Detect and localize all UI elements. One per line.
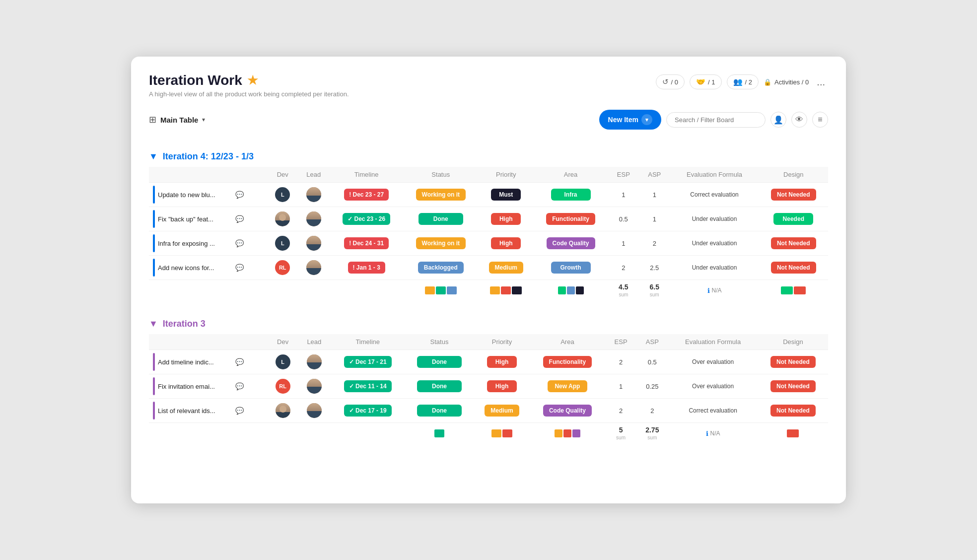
user-icon-btn[interactable]: 👤 [770,112,786,128]
status-cell-0: Working on it [403,183,479,207]
header: Iteration Work ★ A high-level view of al… [149,72,828,98]
table-row[interactable]: Infra for exposing ... 💬 L ! Dec 24 - 31… [149,231,828,256]
timeline-badge: ! Dec 24 - 31 [344,237,389,249]
filter-icon-btn[interactable]: ≡ [812,112,828,128]
dev-cell-2 [268,399,297,423]
priority-badge: Medium [485,405,519,417]
col-asp-3: ASP [636,334,668,350]
esp-cell-2: 2 [605,399,636,423]
iteration3-table: Dev Lead Timeline Status Priority Area E… [149,334,828,444]
sum-status [405,423,474,444]
search-input[interactable] [666,112,766,128]
col-status: Status [403,167,479,183]
more-button[interactable]: ... [814,75,828,89]
comment-icon[interactable]: 💬 [235,191,244,199]
area-badge: Functionality [546,213,595,225]
timeline-cell-0: ✓ Dec 17 - 21 [331,350,404,374]
design-cell-3: Not Needed [759,256,828,280]
item-text: List of relevant ids... [158,407,232,415]
area-cell-0: Infra [533,183,608,207]
sum-esp: 4.5sum [608,280,639,301]
lead-cell-2 [297,231,330,256]
table-row[interactable]: Update to new blu... 💬 L ! Dec 23 - 27 W… [149,183,828,207]
eval-cell-0: Correct evaluation [670,183,759,207]
col-eval: Evaluation Formula [670,167,759,183]
priority-cell-2: High [479,231,533,256]
sum-lead [297,280,330,301]
star-icon[interactable]: ★ [247,73,258,87]
esp-cell-0: 2 [605,350,636,374]
status-badge: Backlogged [418,262,464,274]
lead-photo [306,260,321,275]
table-row[interactable]: Fix "back up" feat... 💬 ✓ Dec 23 - 26 Do… [149,207,828,231]
design-cell-0: Not Needed [759,183,828,207]
badge-refresh[interactable]: ↺ / 0 [656,74,685,89]
iteration3-header-row: Dev Lead Timeline Status Priority Area E… [149,334,828,350]
esp-cell-3: 2 [608,256,639,280]
asp-cell-0: 0.5 [636,350,668,374]
status-badge: Working on it [416,189,466,201]
design-color-bar [787,429,799,437]
area-cell-3: Growth [533,256,608,280]
comment-icon[interactable]: 💬 [235,358,244,366]
lead-photo [306,211,321,226]
col-timeline: Timeline [330,167,403,183]
new-item-label: New Item [608,116,638,124]
badge-handshake[interactable]: 🤝 / 1 [690,74,721,89]
status-cell-2: Done [405,399,474,423]
col-area-3: Area [530,334,605,350]
timeline-badge: ✓ Dec 17 - 21 [344,356,392,368]
priority-badge: High [491,213,521,225]
activities-badge[interactable]: 🔒 Activities / 0 [764,78,809,86]
comment-icon[interactable]: 💬 [235,239,244,247]
comment-icon[interactable]: 💬 [235,382,244,390]
iteration3-section: ▼ Iteration 3 Dev Lead Timeline Status P… [149,319,828,444]
asp-cell-2: 2 [636,399,668,423]
item-text: Update to new blu... [158,191,232,199]
priority-cell-1: High [479,207,533,231]
design-badge: Not Needed [771,262,816,274]
iteration4-toggle[interactable]: ▼ [149,151,158,162]
col-lead: Lead [297,167,330,183]
table-grid-icon: ⊞ [149,114,156,125]
sum-timeline [331,423,404,444]
status-badge: Working on it [416,237,466,249]
area-color-bar [567,286,575,294]
priority-cell-0: Must [479,183,533,207]
avatar: L [275,236,290,251]
comment-icon[interactable]: 💬 [235,407,244,415]
new-item-button[interactable]: New Item ▾ [599,110,661,130]
sum-lead [297,423,331,444]
timeline-badge: ✓ Dec 17 - 19 [344,405,392,417]
eye-off-icon-btn[interactable]: 👁 [791,112,807,128]
col-asp: ASP [639,167,670,183]
timeline-badge: ✓ Dec 23 - 26 [343,213,390,225]
page-subtitle: A high-level view of all the product wor… [149,90,349,98]
dev-cell-0: L [268,350,297,374]
priority-badge: High [487,380,517,392]
status-cell-2: Working on it [403,231,479,256]
table-row[interactable]: List of relevant ids... 💬 ✓ Dec 17 - 19 … [149,399,828,423]
col-eval-3: Evaluation Formula [668,334,758,350]
table-row[interactable]: Add timeline indic... 💬 L ✓ Dec 17 - 21 … [149,350,828,374]
status-cell-1: Done [405,374,474,399]
dev-cell-3: RL [268,256,297,280]
iteration4-header-row: Dev Lead Timeline Status Priority Area E… [149,167,828,183]
design-badge: Not Needed [771,237,816,249]
priority-cell-0: High [474,350,530,374]
comment-icon[interactable]: 💬 [235,264,244,272]
col-dev-3: Dev [268,334,297,350]
dev-cell-2: L [268,231,297,256]
new-item-arrow[interactable]: ▾ [641,114,652,125]
area-badge: Infra [551,189,591,201]
table-row[interactable]: Add new icons for... 💬 RL ! Jan 1 - 3 Ba… [149,256,828,280]
table-dropdown-icon[interactable]: ▾ [202,116,205,123]
design-badge: Not Needed [770,380,816,392]
sum-area [530,423,605,444]
iteration3-toggle[interactable]: ▼ [149,319,158,329]
asp-cell-1: 0.25 [636,374,668,399]
page-title: Iteration Work ★ [149,72,349,88]
comment-icon[interactable]: 💬 [235,215,244,223]
badge-users[interactable]: 👥 / 2 [727,74,759,89]
table-row[interactable]: Fix invitation emai... 💬 RL ✓ Dec 11 - 1… [149,374,828,399]
